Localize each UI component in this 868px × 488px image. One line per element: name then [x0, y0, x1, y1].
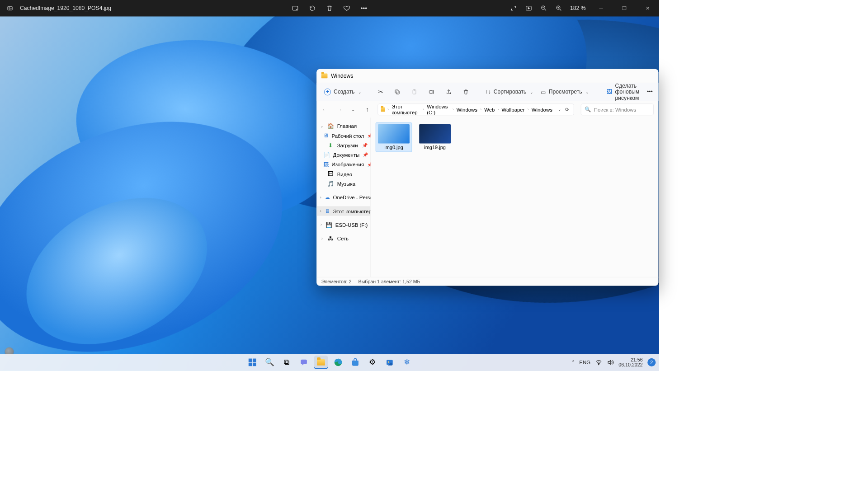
status-selection: Выбран 1 элемент: 1,52 МБ [359, 279, 420, 284]
fullscreen-icon[interactable] [509, 5, 517, 12]
tray-volume-icon[interactable] [607, 359, 614, 366]
svg-rect-13 [353, 361, 358, 366]
sidebar-item-esd[interactable]: ›💾ESD-USB (F:) [316, 220, 370, 230]
sidebar-item-music[interactable]: 🎵Музыка [316, 179, 370, 188]
more-icon[interactable]: ••• [360, 5, 368, 12]
rotate-icon[interactable] [309, 5, 316, 12]
breadcrumb-item[interactable]: Windows (C:) [426, 103, 450, 115]
pin-icon: 📌 [367, 133, 371, 138]
file-item[interactable]: img19.jpg [417, 122, 453, 152]
paste-icon [411, 89, 418, 95]
search-icon: 🔍 [585, 106, 591, 113]
zoom-in-icon[interactable] [555, 5, 563, 12]
taskbar-edge-icon[interactable] [331, 356, 345, 369]
svg-rect-10 [429, 91, 433, 94]
sidebar-item-documents[interactable]: 📄Документы📌 [316, 150, 370, 160]
svg-rect-7 [395, 90, 398, 93]
sidebar-item-home[interactable]: ⌄🏠Главная [316, 121, 370, 131]
pin-icon: 📌 [362, 143, 368, 148]
pin-icon: 📌 [363, 152, 368, 157]
status-count: Элементов: 2 [321, 279, 352, 284]
pin-icon: 📌 [367, 162, 371, 167]
slideshow-icon[interactable] [525, 5, 533, 12]
sidebar-item-videos[interactable]: 🎞Видео [316, 169, 370, 178]
file-grid: img0.jpg img19.jpg [371, 117, 658, 277]
sidebar-item-network[interactable]: ›🖧Сеть [316, 234, 370, 243]
svg-rect-11 [301, 360, 307, 364]
taskbar: 🔍 ⧉ ⚙ ❄ ˄ ENG 21:56 06.10.2022 2 [0, 354, 659, 371]
tray-notification-badge[interactable]: 2 [647, 358, 656, 366]
sidebar-item-downloads[interactable]: ⬇Загрузки📌 [316, 141, 370, 150]
tray-clock[interactable]: 21:56 06.10.2022 [618, 357, 642, 368]
taskbar-store-icon[interactable] [349, 356, 362, 369]
file-name: img0.jpg [384, 145, 403, 150]
favorite-icon[interactable] [343, 5, 351, 12]
photos-app-icon [6, 5, 14, 12]
file-thumb [419, 124, 451, 144]
delete-icon[interactable] [326, 5, 334, 12]
search-input[interactable]: 🔍 Поиск в: Windows [581, 103, 654, 115]
sidebar-item-pictures[interactable]: 🖼Изображения📌 [316, 160, 370, 169]
svg-point-15 [388, 361, 389, 363]
start-button[interactable] [245, 356, 259, 369]
taskbar-explorer-icon[interactable] [314, 356, 328, 369]
system-tray: ˄ ENG 21:56 06.10.2022 2 [572, 357, 656, 368]
explorer-title: Windows [331, 73, 353, 79]
file-name: img19.jpg [424, 145, 446, 150]
share-icon[interactable] [446, 89, 452, 95]
folder-icon [321, 74, 328, 79]
breadcrumb-item[interactable]: Web [484, 107, 495, 113]
search-placeholder: Поиск в: Windows [594, 107, 636, 113]
window-minimize-icon[interactable]: ─ [593, 3, 609, 14]
view-button[interactable]: ▭Просмотреть⌄ [539, 87, 590, 97]
sidebar-item-onedrive[interactable]: ›☁OneDrive - Personal [316, 192, 370, 202]
breadcrumb-bar[interactable]: › Этот компьютер› Windows (C:)› Windows›… [378, 103, 574, 115]
explorer-statusbar: Элементов: 2 Выбран 1 элемент: 1,52 МБ [316, 277, 658, 286]
toolbar-more-icon[interactable]: ••• [646, 88, 654, 97]
photos-filename: CachedImage_1920_1080_POS4.jpg [20, 5, 111, 11]
explorer-sidebar: ⌄🏠Главная 🖥Рабочий стол📌 ⬇Загрузки📌 📄Док… [316, 117, 371, 277]
chevron-down-icon[interactable]: ⌄ [558, 107, 561, 112]
sidebar-item-thispc[interactable]: ›🖥Этот компьютер [316, 206, 370, 216]
taskbar-search-icon[interactable]: 🔍 [263, 356, 276, 369]
explorer-toolbar: +Создать⌄ ✂ ↑↓Сортировать⌄ ▭Просмотреть⌄… [316, 83, 658, 101]
zoom-out-icon[interactable] [540, 5, 547, 12]
nav-up-icon[interactable]: ↑ [363, 106, 371, 113]
breadcrumb-item[interactable]: Этот компьютер [391, 103, 421, 115]
rename-icon[interactable] [429, 89, 435, 95]
create-button[interactable]: +Создать⌄ [323, 87, 363, 97]
nav-history-icon[interactable]: ⌄ [349, 107, 357, 112]
explorer-titlebar[interactable]: Windows [316, 69, 658, 83]
set-background-button[interactable]: 🖼Сделать фоновым рисунком [605, 81, 641, 103]
window-maximize-icon[interactable]: ❐ [617, 3, 632, 14]
sort-button[interactable]: ↑↓Сортировать⌄ [484, 88, 535, 97]
svg-point-1 [9, 8, 9, 9]
tray-chevron-icon[interactable]: ˄ [572, 360, 574, 365]
trash-icon[interactable] [462, 89, 469, 95]
refresh-icon[interactable]: ⟳ [563, 106, 571, 113]
breadcrumb-item[interactable]: Windows [531, 107, 553, 113]
explorer-window: Windows +Создать⌄ ✂ ↑↓Сортировать⌄ ▭Прос… [316, 69, 658, 286]
taskbar-photos-icon[interactable] [383, 356, 396, 369]
breadcrumb-item[interactable]: Wallpaper [501, 107, 525, 113]
svg-rect-6 [396, 91, 399, 94]
file-thumb [378, 124, 410, 144]
cut-icon[interactable]: ✂ [378, 88, 383, 96]
edit-icon[interactable] [292, 5, 299, 12]
nav-forward-icon: → [335, 106, 343, 113]
taskbar-settings-icon[interactable]: ⚙ [366, 356, 379, 369]
tray-language[interactable]: ENG [579, 359, 590, 365]
breadcrumb-item[interactable]: Windows [456, 107, 478, 113]
photos-titlebar: CachedImage_1920_1080_POS4.jpg ••• 182 %… [0, 0, 659, 16]
copy-icon[interactable] [394, 89, 401, 95]
tray-wifi-icon[interactable] [595, 359, 602, 366]
window-close-icon[interactable]: ✕ [640, 3, 656, 14]
file-item[interactable]: img0.jpg [376, 122, 412, 152]
explorer-address-row: ← → ⌄ ↑ › Этот компьютер› Windows (C:)› … [316, 101, 658, 117]
nav-back-icon[interactable]: ← [321, 106, 329, 113]
taskbar-taskview-icon[interactable]: ⧉ [280, 356, 293, 369]
taskbar-app-icon[interactable]: ❄ [400, 356, 414, 369]
zoom-level: 182 % [570, 5, 585, 11]
sidebar-item-desktop[interactable]: 🖥Рабочий стол📌 [316, 131, 370, 140]
taskbar-chat-icon[interactable] [297, 356, 311, 369]
